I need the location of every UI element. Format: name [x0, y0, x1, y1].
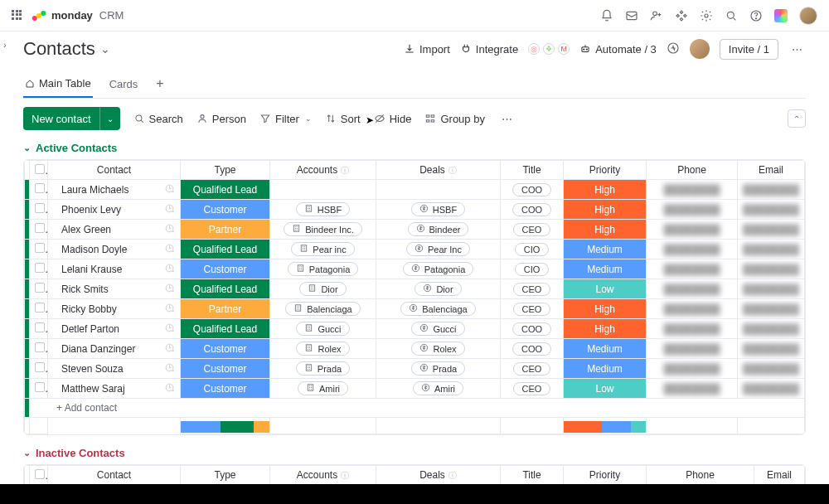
group-header-active[interactable]: ⌄ Active Contacts: [23, 142, 806, 154]
priority-cell[interactable]: Medium: [564, 259, 647, 279]
priority-cell[interactable]: Low: [564, 279, 647, 299]
email-cell[interactable]: ████████: [738, 200, 805, 220]
chevron-down-icon[interactable]: ⌄: [99, 107, 120, 130]
account-cell[interactable]: Dior: [270, 279, 376, 299]
phone-cell[interactable]: ████████: [647, 180, 738, 200]
contact-name-cell[interactable]: Ricky Bobby: [48, 299, 181, 319]
col-priority[interactable]: Priority: [564, 466, 647, 485]
tab-main-table[interactable]: Main Table: [23, 72, 93, 98]
contact-name-cell[interactable]: Diana Danzinger: [48, 339, 181, 359]
integrate-button[interactable]: Integrate: [460, 43, 518, 56]
account-cell[interactable]: [270, 180, 376, 200]
type-cell[interactable]: Qualified Lead: [181, 180, 270, 200]
title-cell[interactable]: COO: [501, 200, 564, 220]
open-item-icon[interactable]: [164, 183, 175, 196]
col-contact[interactable]: Contact: [48, 161, 181, 180]
person-filter-button[interactable]: Person: [196, 113, 246, 125]
phone-cell[interactable]: ████████: [647, 259, 738, 279]
title-cell[interactable]: CEO: [501, 299, 564, 319]
row-checkbox[interactable]: [30, 259, 48, 279]
type-cell[interactable]: Customer: [181, 259, 270, 279]
type-cell[interactable]: Qualified Lead: [181, 240, 270, 259]
phone-cell[interactable]: ████████: [647, 319, 738, 339]
email-cell[interactable]: ████████: [738, 279, 805, 299]
title-cell[interactable]: CEO: [501, 359, 564, 379]
title-cell[interactable]: COO: [501, 339, 564, 359]
email-cell[interactable]: ████████: [738, 319, 805, 339]
deal-cell[interactable]: Amiri: [376, 379, 501, 399]
contact-name-cell[interactable]: Lelani Krause: [48, 259, 181, 279]
deal-cell[interactable]: Pear Inc: [376, 240, 501, 259]
open-item-icon[interactable]: [164, 263, 175, 276]
phone-cell[interactable]: ████████: [647, 299, 738, 319]
tab-cards[interactable]: Cards: [108, 73, 140, 97]
invite-members-icon[interactable]: [650, 9, 663, 22]
open-item-icon[interactable]: [164, 203, 175, 216]
group-header-inactive[interactable]: ⌄ Inactive Contacts: [23, 447, 806, 459]
type-cell[interactable]: Customer: [181, 200, 270, 220]
phone-cell[interactable]: ████████: [647, 240, 738, 259]
row-checkbox[interactable]: [30, 379, 48, 399]
apps-icon[interactable]: [675, 9, 688, 22]
deal-cell[interactable]: Rolex: [376, 339, 501, 359]
col-deals[interactable]: Dealsⓘ: [376, 161, 501, 180]
priority-cell[interactable]: High: [564, 220, 647, 240]
open-item-icon[interactable]: [164, 362, 175, 376]
col-title[interactable]: Title: [501, 161, 564, 180]
priority-cell[interactable]: High: [564, 180, 647, 200]
open-item-icon[interactable]: [164, 382, 175, 395]
help-icon[interactable]: [749, 9, 763, 22]
apps-menu-icon[interactable]: [12, 10, 23, 22]
contact-name-cell[interactable]: Alex Green: [48, 220, 181, 240]
filter-button[interactable]: Filter⌄: [259, 113, 312, 125]
integration-dot[interactable]: ❖: [543, 43, 555, 55]
col-deals[interactable]: Dealsⓘ: [376, 466, 501, 485]
account-cell[interactable]: Amiri: [270, 379, 376, 399]
contact-name-cell[interactable]: Rick Smits: [48, 279, 181, 299]
col-contact[interactable]: Contact: [48, 466, 181, 485]
row-checkbox[interactable]: [30, 359, 48, 379]
open-item-icon[interactable]: [164, 322, 175, 336]
row-checkbox[interactable]: [30, 200, 48, 220]
select-all-checkbox[interactable]: [30, 466, 48, 485]
priority-cell[interactable]: High: [564, 299, 647, 319]
priority-cell[interactable]: High: [564, 319, 647, 339]
type-cell[interactable]: Partner: [181, 299, 270, 319]
type-cell[interactable]: Customer: [181, 359, 270, 379]
account-cell[interactable]: Rolex: [270, 339, 376, 359]
inbox-icon[interactable]: [625, 9, 638, 22]
email-cell[interactable]: ████████: [738, 379, 805, 399]
account-cell[interactable]: Gucci: [270, 319, 376, 339]
col-type[interactable]: Type: [181, 161, 270, 180]
contact-name-cell[interactable]: Matthew Saraj: [48, 379, 181, 399]
row-checkbox[interactable]: [30, 319, 48, 339]
open-item-icon[interactable]: [164, 223, 175, 236]
account-cell[interactable]: Pear inc: [270, 240, 376, 259]
integration-gmail-icon[interactable]: M: [558, 43, 570, 55]
board-owner-avatar[interactable]: [690, 39, 710, 59]
col-email[interactable]: Email: [754, 466, 805, 485]
phone-cell[interactable]: ████████: [647, 220, 738, 240]
settings-icon[interactable]: [700, 9, 713, 22]
deal-cell[interactable]: Bindeer: [376, 220, 501, 240]
deal-cell[interactable]: Patagonia: [376, 259, 501, 279]
title-cell[interactable]: CEO: [501, 279, 564, 299]
phone-cell[interactable]: ████████: [647, 359, 738, 379]
hide-button[interactable]: Hide: [374, 113, 412, 125]
deal-cell[interactable]: Gucci: [376, 319, 501, 339]
email-cell[interactable]: ████████: [738, 240, 805, 259]
deal-cell[interactable]: [376, 180, 501, 200]
notifications-icon[interactable]: [600, 9, 613, 22]
products-switcher-icon[interactable]: [774, 9, 788, 22]
new-contact-button[interactable]: New contact ⌄: [23, 107, 120, 130]
sort-button[interactable]: Sort: [325, 113, 361, 125]
row-checkbox[interactable]: [30, 240, 48, 259]
account-cell[interactable]: HSBF: [270, 200, 376, 220]
account-cell[interactable]: Bindeer Inc.: [270, 220, 376, 240]
open-item-icon[interactable]: [164, 243, 175, 256]
account-cell[interactable]: Prada: [270, 359, 376, 379]
email-cell[interactable]: ████████: [738, 259, 805, 279]
priority-cell[interactable]: Medium: [564, 240, 647, 259]
title-cell[interactable]: CEO: [501, 220, 564, 240]
page-title[interactable]: Contacts ⌄: [23, 38, 110, 60]
